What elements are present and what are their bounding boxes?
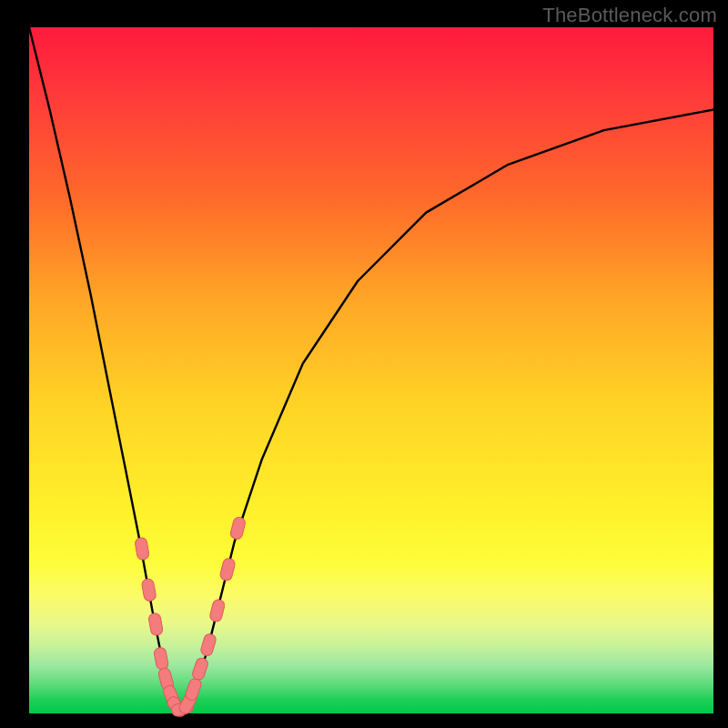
- curve-marker: [229, 516, 246, 540]
- curve-marker: [148, 612, 164, 636]
- watermark-text: TheBottleneck.com: [542, 4, 717, 27]
- curve-marker: [199, 632, 217, 657]
- curve-marker: [191, 657, 209, 682]
- marker-group: [135, 516, 247, 719]
- curve-marker: [135, 537, 150, 561]
- curve-marker: [141, 578, 157, 602]
- curve-marker: [154, 647, 169, 671]
- curve-marker: [184, 677, 202, 702]
- curve-layer: [0, 0, 728, 728]
- curve-marker: [209, 599, 226, 622]
- chart-frame: TheBottleneck.com: [0, 0, 728, 728]
- bottleneck-curve: [29, 27, 713, 710]
- curve-marker: [219, 557, 236, 581]
